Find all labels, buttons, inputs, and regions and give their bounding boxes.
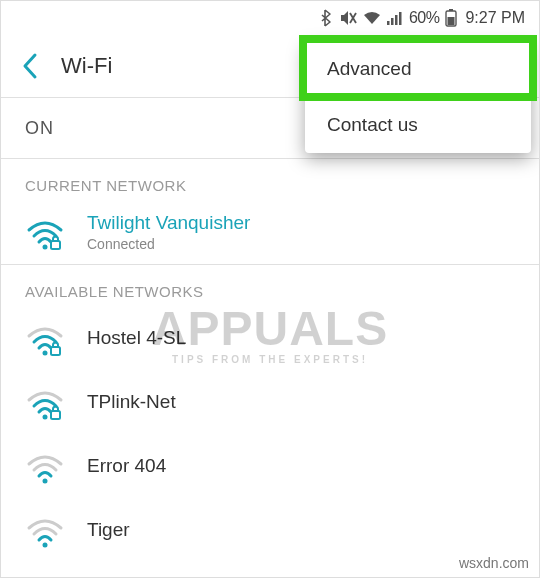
svg-rect-3 bbox=[391, 18, 394, 25]
svg-point-9 bbox=[43, 245, 48, 250]
available-network-row[interactable]: Hostel 4-SL bbox=[1, 306, 539, 370]
page-title: Wi-Fi bbox=[61, 53, 112, 79]
menu-item-advanced[interactable]: Advanced bbox=[305, 41, 531, 97]
svg-rect-5 bbox=[399, 12, 402, 25]
svg-rect-12 bbox=[51, 347, 60, 355]
clock: 9:27 PM bbox=[465, 9, 525, 27]
status-bar: 60% 9:27 PM bbox=[1, 1, 539, 35]
wifi-icon bbox=[25, 446, 65, 486]
svg-point-13 bbox=[43, 415, 48, 420]
bluetooth-icon bbox=[319, 9, 333, 27]
svg-rect-10 bbox=[51, 241, 60, 249]
battery-icon bbox=[445, 9, 457, 27]
ssid-label: Tiger bbox=[87, 519, 130, 541]
section-current-header: CURRENT NETWORK bbox=[1, 159, 539, 200]
available-network-row[interactable]: Error 404 bbox=[1, 434, 539, 498]
svg-point-15 bbox=[43, 479, 48, 484]
menu-item-contact-us[interactable]: Contact us bbox=[305, 97, 531, 153]
section-available-header: AVAILABLE NETWORKS bbox=[1, 265, 539, 306]
overflow-menu: Advanced Contact us bbox=[305, 41, 531, 153]
signal-icon bbox=[387, 11, 403, 25]
available-network-row[interactable]: Tiger bbox=[1, 498, 539, 562]
ssid-label: TPlink-Net bbox=[87, 391, 176, 413]
wifi-status-icon bbox=[363, 11, 381, 25]
wifi-icon bbox=[25, 212, 65, 252]
battery-percent: 60% bbox=[409, 9, 440, 27]
mute-icon bbox=[339, 9, 357, 27]
available-network-row[interactable]: TPlink-Net bbox=[1, 370, 539, 434]
current-network-row[interactable]: Twilight Vanquisher Connected bbox=[1, 200, 539, 264]
wifi-icon bbox=[25, 510, 65, 550]
svg-point-16 bbox=[43, 543, 48, 548]
wifi-icon bbox=[25, 318, 65, 358]
wifi-toggle-label: ON bbox=[25, 118, 54, 139]
ssid-label: Hostel 4-SL bbox=[87, 327, 186, 349]
svg-rect-14 bbox=[51, 411, 60, 419]
svg-rect-4 bbox=[395, 15, 398, 25]
svg-point-11 bbox=[43, 351, 48, 356]
svg-rect-8 bbox=[448, 17, 455, 25]
connection-status: Connected bbox=[87, 236, 250, 252]
ssid-label: Twilight Vanquisher bbox=[87, 212, 250, 234]
svg-rect-2 bbox=[387, 21, 390, 25]
back-button[interactable] bbox=[21, 46, 61, 86]
ssid-label: Error 404 bbox=[87, 455, 166, 477]
wifi-icon bbox=[25, 382, 65, 422]
